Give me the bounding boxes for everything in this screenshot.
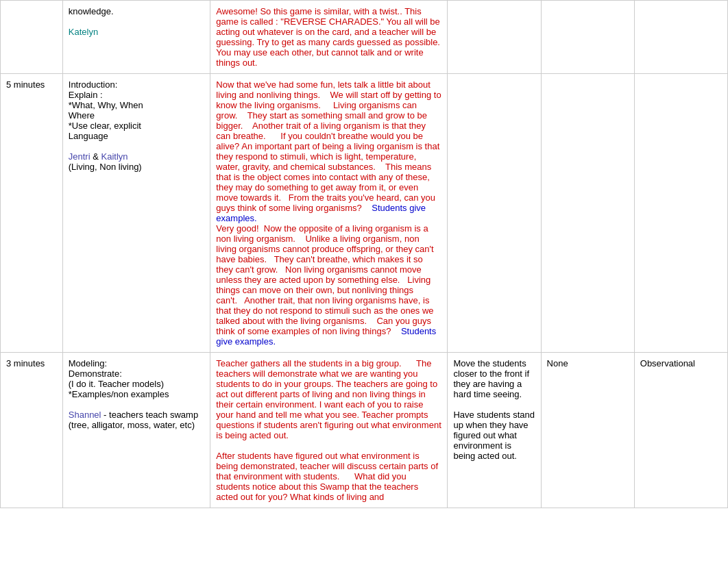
- diff-cell-2: [448, 74, 541, 353]
- activity-intro-label: Introduction: Explain : *What, Why, When…: [69, 79, 205, 141]
- content-cell-2: Now that we've had some fun, lets talk a…: [210, 74, 448, 353]
- time-cell-2: 5 minutes: [1, 74, 63, 353]
- ampersand: &: [93, 151, 101, 162]
- assess-cell-3: Observational: [634, 353, 727, 508]
- teacher-name-katelyn[interactable]: Katelyn: [69, 27, 98, 37]
- modeling-the: The teachers will demonstrate what we ar…: [216, 358, 441, 502]
- teacher-name-kaitlyn[interactable]: Kaitlyn: [101, 151, 128, 162]
- activity-cell-1: knowledge. Katelyn: [62, 1, 210, 74]
- table-row-introduction: 5 minutes Introduction: Explain : *What,…: [1, 74, 728, 353]
- none-label: None: [547, 358, 568, 368]
- time-label-2: 5 minutes: [6, 79, 45, 90]
- diff-text-3: Move the students closer to the front if…: [453, 358, 535, 399]
- diff-cell-1b: [541, 1, 634, 74]
- activity-cell-2: Introduction: Explain : *What, Why, When…: [62, 74, 210, 353]
- content-intro-text: Now that we've had some fun, lets talk a…: [216, 79, 441, 223]
- content-text-1: Awesome! So this game is similar, with a…: [216, 6, 441, 68]
- modeling-red-start: Teacher gathers all the students in a bi…: [216, 358, 416, 368]
- content-cell-3: Teacher gathers all the students in a bi…: [210, 353, 448, 508]
- content-modeling-text: Teacher gathers all the students in a bi…: [216, 358, 441, 502]
- none-cell-3: None: [541, 353, 634, 508]
- table-row-knowledge: knowledge. Katelyn Awesome! So this game…: [1, 1, 728, 74]
- teacher-names-jentri-kaitlyn[interactable]: Jentri: [69, 151, 90, 162]
- time-cell-1: [1, 1, 63, 74]
- observational-label: Observational: [640, 358, 695, 368]
- activity-modeling-label: Modeling: Demonstrate: (I do it. Teacher…: [69, 358, 205, 399]
- activity-text-1: knowledge.: [69, 6, 205, 16]
- content-cell-1: Awesome! So this game is similar, with a…: [210, 1, 448, 74]
- diff-text-3b: Have students stand up when they have fi…: [453, 410, 535, 461]
- content-second-text: Very good! Now the opposite of a living …: [216, 223, 441, 347]
- activity-cell-3: Modeling: Demonstrate: (I do it. Teacher…: [62, 353, 210, 508]
- time-label-3: 3 minutes: [6, 358, 45, 368]
- assess-cell-1: [634, 1, 727, 74]
- lesson-plan-table: knowledge. Katelyn Awesome! So this game…: [0, 0, 728, 508]
- diff-cell-3: Move the students closer to the front if…: [448, 353, 541, 508]
- diff-cell-2b: [541, 74, 634, 353]
- time-cell-3: 3 minutes: [1, 353, 63, 508]
- assess-cell-2: [634, 74, 727, 353]
- activity-note-2: (Living, Non living): [69, 162, 205, 172]
- teacher-name-shannel[interactable]: Shannel: [69, 410, 101, 420]
- table-row-modeling: 3 minutes Modeling: Demonstrate: (I do i…: [1, 353, 728, 508]
- diff-cell-1: [448, 1, 541, 74]
